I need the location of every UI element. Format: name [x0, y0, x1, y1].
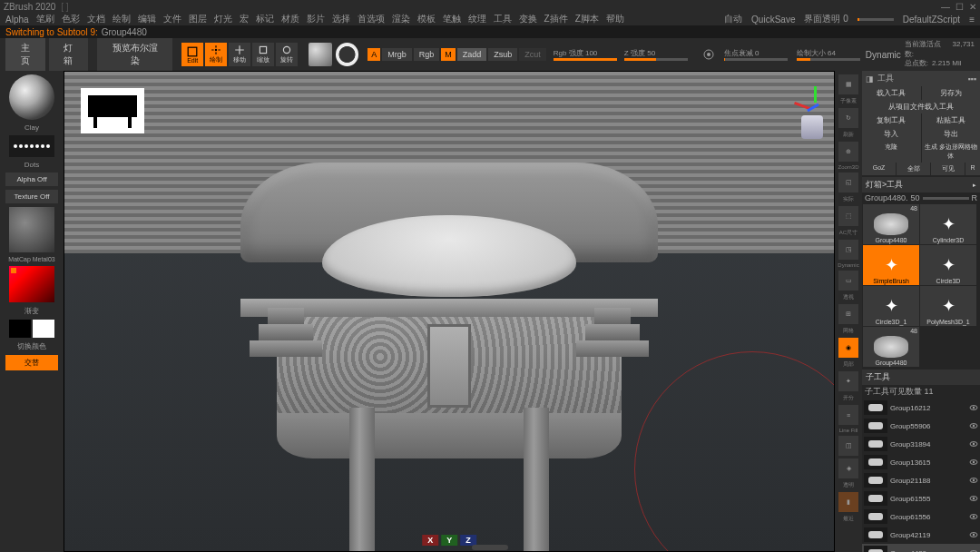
- subtool-item[interactable]: Group61555: [862, 489, 980, 508]
- make-polymesh-button[interactable]: 生成 多边形网格物体: [922, 141, 981, 163]
- lightbox-tools-section[interactable]: 灯箱>工具▸: [862, 177, 980, 192]
- strip-icon[interactable]: ◳: [838, 240, 858, 260]
- bottom-resize-handle[interactable]: [472, 545, 508, 550]
- strip-icon[interactable]: ◫: [838, 436, 858, 456]
- menu-item[interactable]: 首选项: [358, 13, 385, 25]
- alpha-button[interactable]: Alpha Off: [5, 172, 58, 186]
- tool-cell[interactable]: 48Group4480: [863, 327, 919, 367]
- strip-icon[interactable]: ↻: [838, 108, 858, 128]
- close-icon[interactable]: ✕: [969, 2, 976, 12]
- m-toggle[interactable]: M: [441, 48, 456, 61]
- mrgb-button[interactable]: Mrgb: [382, 48, 412, 61]
- floor-y[interactable]: Y: [441, 535, 457, 546]
- menu-item[interactable]: 变换: [519, 13, 537, 25]
- focal-slider[interactable]: [724, 58, 788, 61]
- a-toggle[interactable]: A: [368, 48, 380, 61]
- floor-axis-toggle[interactable]: X Y Z: [422, 535, 476, 546]
- strip-icon[interactable]: ⬚: [838, 206, 858, 226]
- camera-thumbnail[interactable]: [801, 115, 823, 139]
- strip-icon[interactable]: ≡: [838, 405, 858, 425]
- tool-cell[interactable]: ✦Circle3D: [920, 245, 976, 285]
- texture-button[interactable]: Texture Off: [5, 190, 58, 203]
- subtool-item[interactable]: Group4480: [862, 544, 980, 552]
- stroke-thumbnail[interactable]: [9, 135, 54, 157]
- eye-icon[interactable]: [969, 458, 978, 467]
- strip-icon[interactable]: ◱: [838, 172, 858, 192]
- rgb-intensity-slider[interactable]: [554, 58, 617, 61]
- menu-item[interactable]: 帮助: [606, 13, 624, 25]
- axis-gizmo[interactable]: [790, 83, 823, 115]
- menu-item[interactable]: 渲染: [392, 13, 410, 25]
- menu-item[interactable]: 标记: [256, 13, 274, 25]
- subtool-section-header[interactable]: 子工具: [862, 370, 980, 385]
- swap-button[interactable]: 交替: [5, 355, 58, 370]
- tool-cell[interactable]: ✦SimpleBrush: [863, 245, 919, 285]
- eye-icon[interactable]: [969, 512, 978, 521]
- zadd-button[interactable]: Zadd: [457, 48, 487, 61]
- material-swatch[interactable]: [309, 43, 332, 66]
- goz-button[interactable]: GoZ: [862, 163, 896, 175]
- copy-tool-button[interactable]: 复制工具: [862, 113, 921, 127]
- rotate-button[interactable]: 旋转: [276, 43, 298, 66]
- minimize-icon[interactable]: —: [941, 2, 950, 12]
- clone-button[interactable]: 克隆: [862, 141, 921, 163]
- quicksave-button[interactable]: QuickSave: [751, 15, 795, 25]
- panel-drag-icon[interactable]: ◨: [866, 74, 874, 84]
- menu-item[interactable]: 编辑: [138, 13, 156, 25]
- eye-icon[interactable]: [969, 421, 978, 430]
- color-swatches[interactable]: [9, 320, 54, 338]
- draw-button[interactable]: 绘制: [205, 43, 227, 66]
- subtool-item[interactable]: Group21188: [862, 471, 980, 489]
- eye-icon[interactable]: [969, 476, 978, 485]
- menu-item[interactable]: 色彩: [62, 13, 80, 25]
- drawsize-slider[interactable]: [797, 58, 860, 61]
- saveas-button[interactable]: 另存为: [922, 86, 981, 100]
- menu-item[interactable]: 笔刷: [36, 13, 54, 25]
- menu-item[interactable]: Z插件: [544, 13, 568, 25]
- sphere-preview-icon[interactable]: [336, 43, 359, 66]
- menu-item[interactable]: 工具: [494, 13, 512, 25]
- strip-icon[interactable]: ✦: [838, 371, 858, 391]
- tool-cell[interactable]: ✦Circle3D_1: [863, 286, 919, 326]
- move-button[interactable]: 移动: [229, 43, 250, 66]
- menu-item[interactable]: 影片: [307, 13, 325, 25]
- subtool-item[interactable]: Group31894: [862, 435, 980, 453]
- panel-close-icon[interactable]: ▪▪▪: [967, 74, 976, 84]
- dynamic-toggle[interactable]: Dynamic: [866, 50, 901, 60]
- brush-thumbnail[interactable]: [9, 74, 54, 120]
- export-button[interactable]: 导出: [922, 127, 981, 141]
- menu-item[interactable]: 文件: [163, 13, 181, 25]
- tool-panel-header[interactable]: ◨ 工具 ▪▪▪: [862, 71, 980, 86]
- strip-icon[interactable]: ⊕: [838, 142, 858, 162]
- zsub-button[interactable]: Zsub: [488, 48, 517, 61]
- z-intensity-slider[interactable]: [624, 58, 688, 61]
- menu-item[interactable]: Alpha: [5, 15, 29, 25]
- menu-icon[interactable]: ≡: [969, 15, 975, 25]
- tab-home[interactable]: 主页: [5, 38, 45, 71]
- tab-preview-render[interactable]: 预览布尔渲染: [97, 38, 172, 71]
- all-button[interactable]: 全部: [897, 163, 930, 175]
- tool-cell[interactable]: 48Group4480: [863, 204, 919, 244]
- eye-icon[interactable]: [969, 403, 978, 412]
- reference-image[interactable]: [81, 88, 144, 133]
- menu-item[interactable]: 笔触: [443, 13, 461, 25]
- gradient-label[interactable]: 渐变: [24, 306, 39, 316]
- load-from-project-button[interactable]: 从项目文件载入工具: [862, 100, 980, 113]
- strip-icon[interactable]: ▭: [838, 271, 858, 291]
- subtool-item[interactable]: Group61556: [862, 508, 980, 526]
- edit-button[interactable]: Edit: [181, 43, 203, 66]
- rgb-button[interactable]: Rgb: [414, 48, 440, 61]
- r-button[interactable]: R: [965, 163, 980, 175]
- strip-icon[interactable]: ⊞: [838, 304, 858, 324]
- import-button[interactable]: 导入: [862, 127, 921, 141]
- subtool-item[interactable]: Group13615: [862, 453, 980, 471]
- scale-button[interactable]: 缩放: [252, 43, 274, 66]
- menu-item[interactable]: 纹理: [468, 13, 486, 25]
- menu-item[interactable]: 绘制: [113, 13, 131, 25]
- paste-tool-button[interactable]: 粘贴工具: [922, 113, 981, 127]
- eye-icon[interactable]: [969, 530, 978, 539]
- viewport[interactable]: X Y Z: [64, 71, 835, 552]
- load-tool-button[interactable]: 载入工具: [862, 86, 921, 100]
- eye-icon[interactable]: [969, 494, 978, 503]
- floor-x[interactable]: X: [422, 535, 438, 546]
